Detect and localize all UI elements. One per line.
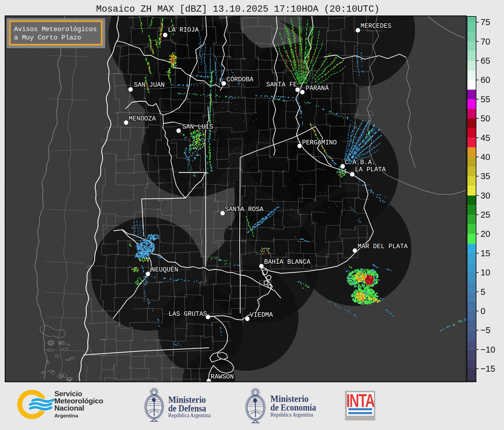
svg-text:MAR DEL PLATA: MAR DEL PLATA [358, 243, 408, 250]
svg-text:45: 45 [481, 133, 490, 143]
svg-text:BAHÍA BLANCA: BAHÍA BLANCA [264, 258, 310, 266]
svg-text:INTA: INTA [346, 390, 375, 411]
svg-text:a Muy Corto Plazo: a Muy Corto Plazo [14, 34, 81, 42]
svg-text:PERGAMINO: PERGAMINO [302, 139, 337, 146]
svg-text:25: 25 [481, 210, 490, 219]
svg-text:VIEDMA: VIEDMA [250, 311, 273, 318]
svg-text:Argentina: Argentina [54, 413, 78, 419]
svg-text:SANTA ROSA: SANTA ROSA [225, 206, 264, 213]
svg-text:RAWSON: RAWSON [211, 373, 234, 380]
svg-text:República Argentina: República Argentina [270, 412, 313, 418]
svg-text:5: 5 [481, 287, 485, 297]
svg-text:Avisos Meteorológicos: Avisos Meteorológicos [14, 26, 97, 33]
svg-text:de Economía: de Economía [270, 402, 316, 413]
svg-text:60: 60 [481, 75, 490, 85]
svg-text:−5: −5 [481, 325, 491, 335]
svg-text:35: 35 [481, 171, 490, 181]
svg-text:50: 50 [481, 114, 490, 123]
svg-text:15: 15 [481, 248, 490, 258]
svg-text:Meteorológico: Meteorológico [54, 397, 103, 405]
svg-text:NEUQUÉN: NEUQUÉN [151, 266, 178, 273]
svg-text:10: 10 [481, 268, 490, 277]
svg-text:PARANÁ: PARANÁ [306, 84, 329, 92]
svg-text:SANTA FE: SANTA FE [266, 81, 297, 88]
svg-text:−10: −10 [481, 345, 495, 354]
svg-text:CÓRDOBA: CÓRDOBA [226, 76, 253, 83]
svg-text:−15: −15 [481, 364, 495, 373]
svg-text:de Defensa: de Defensa [168, 403, 206, 414]
svg-text:30: 30 [481, 191, 490, 200]
svg-text:República Argentina: República Argentina [168, 412, 211, 418]
svg-text:C.A.B.A.: C.A.B.A. [345, 159, 376, 166]
svg-text:LA PLATA: LA PLATA [355, 166, 386, 173]
svg-text:65: 65 [481, 56, 490, 65]
svg-text:40: 40 [481, 152, 490, 162]
svg-text:55: 55 [481, 94, 490, 104]
svg-text:70: 70 [481, 37, 490, 46]
svg-text:SAN LUIS: SAN LUIS [182, 123, 213, 130]
svg-text:Servicio: Servicio [54, 390, 82, 398]
svg-text:MENDOZA: MENDOZA [129, 115, 156, 122]
svg-text:75: 75 [481, 17, 490, 27]
svg-text:LA RIOJA: LA RIOJA [168, 26, 199, 33]
svg-text:Mosaico ZH MAX [dBZ] 13.10.202: Mosaico ZH MAX [dBZ] 13.10.2025 17:10HOA… [96, 4, 380, 14]
svg-text:MERCEDES: MERCEDES [361, 22, 391, 30]
svg-text:0: 0 [481, 306, 485, 316]
svg-text:LAS GRUTAS: LAS GRUTAS [168, 310, 207, 318]
svg-text:Nacional: Nacional [54, 404, 84, 412]
svg-text:20: 20 [481, 229, 490, 239]
svg-text:SAN JUAN: SAN JUAN [134, 81, 165, 89]
